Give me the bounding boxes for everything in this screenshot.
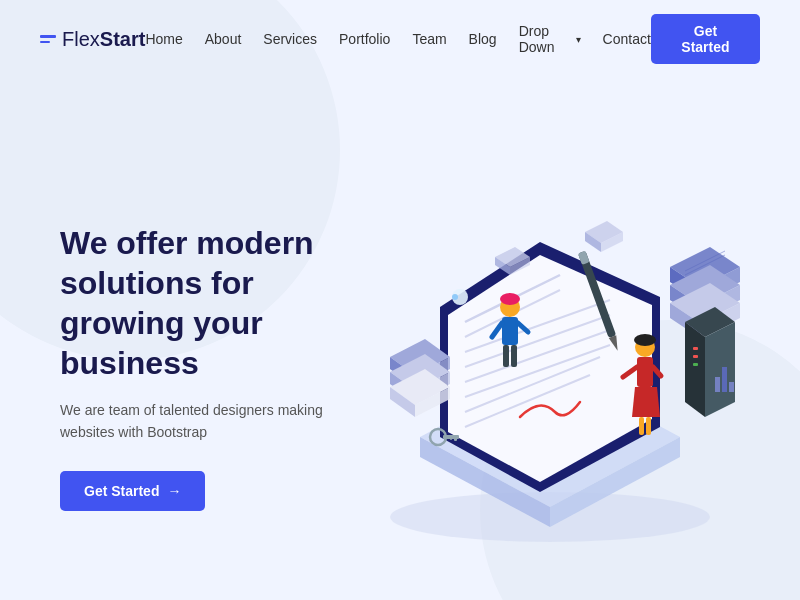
svg-rect-33 (729, 382, 734, 392)
hero-subtitle: We are team of talented designers making… (60, 399, 340, 444)
nav-item-dropdown[interactable]: Drop Down ▾ (519, 23, 581, 55)
svg-point-35 (452, 294, 458, 300)
nav-item-blog[interactable]: Blog (469, 30, 497, 48)
hero-text: We offer modern solutions for growing yo… (60, 223, 340, 512)
hero-title: We offer modern solutions for growing yo… (60, 223, 340, 383)
nav-item-services[interactable]: Services (263, 30, 317, 48)
navbar: FlexStart Home About Services Portfolio … (0, 0, 800, 78)
svg-rect-15 (503, 345, 509, 367)
hero-section: We offer modern solutions for growing yo… (0, 78, 800, 600)
chevron-down-icon: ▾ (576, 34, 581, 45)
nav-link-contact[interactable]: Contact (603, 31, 651, 47)
hero-illustration (340, 127, 760, 600)
nav-link-team[interactable]: Team (412, 31, 446, 47)
nav-item-team[interactable]: Team (412, 30, 446, 48)
hero-cta-button[interactable]: Get Started → (60, 471, 205, 511)
svg-rect-32 (722, 367, 727, 392)
svg-rect-28 (693, 347, 698, 350)
hero-svg (340, 127, 760, 600)
svg-rect-39 (450, 435, 452, 440)
svg-rect-14 (502, 317, 518, 345)
nav-link-blog[interactable]: Blog (469, 31, 497, 47)
hero-cta-label: Get Started (84, 483, 159, 499)
nav-link-dropdown[interactable]: Drop Down (519, 23, 573, 55)
svg-rect-30 (693, 363, 698, 366)
nav-item-home[interactable]: Home (145, 30, 182, 48)
nav-link-services[interactable]: Services (263, 31, 317, 47)
logo-text: FlexStart (62, 28, 145, 51)
nav-item-contact[interactable]: Contact (603, 30, 651, 48)
nav-links: Home About Services Portfolio Team Blog … (145, 23, 650, 55)
nav-link-home[interactable]: Home (145, 31, 182, 47)
svg-point-13 (500, 293, 520, 305)
svg-rect-23 (646, 417, 651, 435)
arrow-icon: → (167, 483, 181, 499)
svg-rect-31 (715, 377, 720, 392)
nav-item-portfolio[interactable]: Portfolio (339, 30, 390, 48)
nav-link-about[interactable]: About (205, 31, 242, 47)
svg-rect-21 (637, 357, 653, 387)
nav-cta-button[interactable]: Get Started (651, 14, 760, 64)
svg-point-20 (634, 334, 656, 346)
logo-icon (40, 35, 56, 43)
svg-rect-38 (454, 435, 457, 441)
svg-rect-16 (511, 345, 517, 367)
nav-link-portfolio[interactable]: Portfolio (339, 31, 390, 47)
logo[interactable]: FlexStart (40, 28, 145, 51)
nav-item-about[interactable]: About (205, 30, 242, 48)
svg-rect-22 (639, 417, 644, 435)
svg-rect-29 (693, 355, 698, 358)
